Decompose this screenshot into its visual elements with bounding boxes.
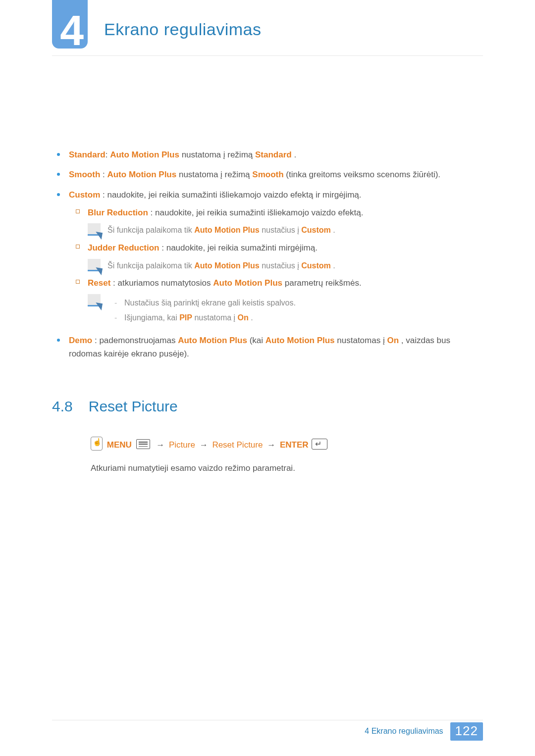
list-item: Reset : atkuriamos numatytosios Auto Mot… <box>69 277 483 327</box>
menu-icon <box>136 439 150 449</box>
enter-icon <box>312 439 327 450</box>
section-heading: 4.8 Reset Picture <box>52 395 483 418</box>
note-block: Nustačius šią parinktį ekrane gali keist… <box>88 294 483 328</box>
chapter-number: 4 <box>60 9 84 51</box>
hand-icon <box>91 437 103 451</box>
note-icon <box>88 223 101 236</box>
header-rule <box>52 55 483 56</box>
footer-label: 4 Ekrano reguliavimas <box>365 727 443 736</box>
page-number-badge: 122 <box>450 722 483 741</box>
manual-page: 4 Ekrano reguliavimas Standard: Auto Mot… <box>0 0 535 756</box>
section-title: Reset Picture <box>89 395 178 418</box>
section-number: 4.8 <box>52 395 73 418</box>
note-icon <box>88 259 101 271</box>
bullet-list-level2: Blur Reduction : naudokite, jei reikia s… <box>69 206 483 327</box>
list-item: Išjungiama, kai PIP nustatoma į On . <box>107 312 483 324</box>
chapter-tab: 4 <box>52 0 88 49</box>
note-text: Ši funkcija palaikoma tik Auto Motion Pl… <box>107 223 335 237</box>
note-block: Ši funkcija palaikoma tik Auto Motion Pl… <box>88 259 483 272</box>
note-text: Ši funkcija palaikoma tik Auto Motion Pl… <box>107 259 335 272</box>
list-item: Smooth : Auto Motion Plus nustatoma į re… <box>52 168 483 181</box>
note-block: Ši funkcija palaikoma tik Auto Motion Pl… <box>88 223 483 237</box>
menu-path: MENU → Picture → Reset Picture → ENTER <box>91 437 483 452</box>
list-item: Demo : pademonstruojamas Auto Motion Plu… <box>52 334 483 360</box>
list-item: Standard: Auto Motion Plus nustatoma į r… <box>52 149 483 161</box>
page-header: 4 Ekrano reguliavimas <box>0 0 535 59</box>
footer-rule <box>52 720 483 720</box>
list-item: Custom : naudokite, jei reikia sumažinti… <box>52 189 483 328</box>
list-item: Nustačius šią parinktį ekrane gali keist… <box>107 297 483 309</box>
chapter-title: Ekrano reguliavimas <box>104 20 262 39</box>
note-dash-list: Nustačius šią parinktį ekrane gali keist… <box>107 297 483 325</box>
bullet-list-level1: Standard: Auto Motion Plus nustatoma į r… <box>52 149 483 360</box>
page-footer: 4 Ekrano reguliavimas 122 <box>0 721 535 741</box>
section-body: Atkuriami numatytieji esamo vaizdo režim… <box>91 462 483 475</box>
note-icon <box>88 294 101 306</box>
list-item: Judder Reduction : naudokite, jei reikia… <box>69 242 483 272</box>
page-content: Standard: Auto Motion Plus nustatoma į r… <box>0 59 535 475</box>
list-item: Blur Reduction : naudokite, jei reikia s… <box>69 206 483 237</box>
